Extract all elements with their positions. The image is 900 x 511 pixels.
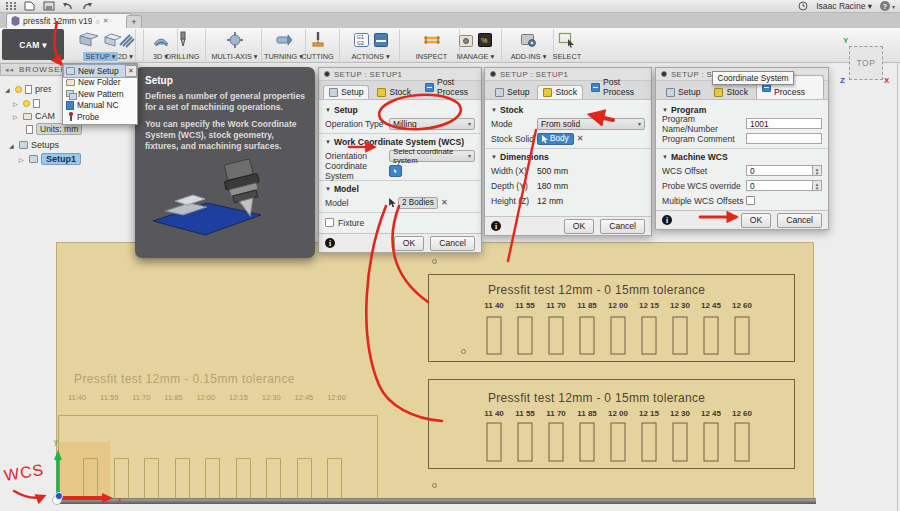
tree-expanded-icon[interactable]: ◢ (5, 86, 12, 93)
app-grid-icon[interactable] (5, 1, 17, 11)
cancel-button[interactable]: Cancel (430, 236, 475, 251)
probe-wcs-stepper[interactable]: ▴▾ (813, 180, 822, 191)
section-setup[interactable]: ▼Setup (325, 105, 475, 115)
help-menu[interactable]: ? ▾ (880, 1, 895, 11)
tab-stock[interactable]: Stock (371, 85, 417, 99)
setups-folder-icon (19, 141, 28, 149)
manual-nc-icon (66, 101, 74, 110)
new-pattern-icon (66, 90, 75, 98)
info-icon[interactable]: i (491, 221, 501, 231)
tree-item-setups[interactable]: ◢ Setups (9, 139, 59, 151)
tree-item-document[interactable]: ◢ pressfit 12mm v19 (5, 83, 51, 95)
user-account-menu[interactable]: Isaac Racine ▾ (816, 1, 872, 11)
tree-item-units[interactable]: Units: mm (26, 123, 82, 135)
section-model[interactable]: ▼Model (325, 184, 475, 194)
wcs-origin-triad[interactable]: y x (50, 432, 134, 508)
file-menu-icon[interactable] (24, 1, 36, 11)
save-icon[interactable] (43, 1, 55, 11)
tree-collapsed-icon[interactable]: ▷ (13, 100, 20, 107)
tab-setup[interactable]: Setup (489, 85, 535, 99)
toolbar-group-select[interactable]: SELECT (546, 29, 588, 61)
coordinate-system-select-button[interactable] (389, 165, 402, 177)
stock-solid-selection-chip[interactable]: Body (537, 133, 574, 145)
ok-button[interactable]: OK (394, 236, 424, 251)
info-icon[interactable]: i (662, 215, 672, 225)
toolbar-group-2d[interactable]: 2D ▾ (108, 29, 144, 61)
cancel-button[interactable]: Cancel (600, 219, 645, 234)
undo-icon[interactable] (62, 1, 74, 11)
toolbar-group-manage[interactable]: % MANAGE ▾ (450, 29, 502, 61)
fixture-checkbox[interactable] (325, 218, 334, 227)
disclosure-icon: ▼ (325, 107, 331, 113)
select-icon (558, 32, 576, 48)
menu-item-new-pattern[interactable]: New Pattern (64, 88, 136, 100)
part-title: Pressfit test 12mm - 0 15mm tolerance (488, 391, 705, 405)
program-comment-input[interactable] (746, 133, 822, 144)
menu-item-new-setup[interactable]: New Setup ✕ (64, 65, 136, 77)
operation-type-dropdown[interactable]: Milling▾ (389, 118, 475, 130)
ok-button[interactable]: OK (564, 219, 594, 234)
coordinate-system-tooltip: Coordinate System (712, 71, 794, 85)
setup-dialog-setup-tab[interactable]: SETUP : SETUP1 Setup Stock Post Process … (318, 67, 482, 253)
tree-collapsed-icon[interactable]: ▷ (13, 113, 20, 120)
toolbar-group-actions[interactable]: G1 G2 ACTIONS ▾ (342, 29, 400, 61)
probe-wcs-override-label: Probe WCS override (662, 181, 746, 191)
orientation-dropdown[interactable]: Select coordinate system▾ (389, 150, 475, 162)
toolbar-group-drilling[interactable]: DRILLING (160, 29, 206, 61)
job-status-clock-icon[interactable] (798, 1, 808, 11)
toolbar-group-cutting[interactable]: CUTTING (296, 29, 340, 61)
tree-item-hidden[interactable]: ▷ (13, 97, 40, 109)
cancel-button[interactable]: Cancel (777, 213, 822, 228)
tab-post-process[interactable]: Post Process (419, 75, 477, 99)
lower-comb-body[interactable]: Pressfit test 12mm - 0 15mm tolerance 11… (428, 379, 796, 471)
setup-dialog-post-process-tab[interactable]: SETUP : SETUP1 Setup Stock Post Process … (655, 67, 829, 230)
tab-setup[interactable]: Setup (323, 85, 369, 99)
wcs-offset-stepper[interactable]: ▴▾ (813, 165, 822, 176)
tab-stock[interactable]: Stock (708, 85, 754, 99)
section-stock[interactable]: ▼Stock (491, 105, 645, 115)
visibility-bulb-icon[interactable] (15, 86, 22, 93)
visibility-bulb-icon[interactable] (23, 100, 30, 107)
toolbar-group-multi-axis[interactable]: MULTI-AXIS ▾ (208, 29, 262, 61)
wcs-offset-input[interactable]: 0 (746, 165, 813, 176)
clear-selection-icon[interactable]: ✕ (441, 198, 448, 207)
viewcube-x-axis-label: X (884, 76, 889, 85)
tab-setup[interactable]: Setup (660, 85, 706, 99)
viewcube[interactable]: TOP (849, 46, 883, 80)
collapse-panel-icon[interactable]: ◂◂ (5, 66, 14, 74)
close-menu-icon[interactable]: ✕ (125, 65, 137, 77)
setup-dialog-stock-tab[interactable]: SETUP : SETUP1 Setup Stock Post Process … (484, 67, 652, 236)
info-icon[interactable]: i (325, 238, 335, 248)
g2-glyph: G2 (357, 40, 364, 46)
program-name-label: Program Name/Number (662, 114, 746, 134)
mode-dropdown[interactable]: From solid▾ (537, 118, 645, 130)
section-wcs[interactable]: ▼Work Coordinate System (WCS) (325, 137, 475, 147)
new-tab-button[interactable]: + (126, 15, 142, 28)
new-setup-icon (66, 67, 75, 75)
tree-item-cam[interactable]: ▷ CAM (13, 110, 55, 122)
tree-expanded-icon[interactable]: ◢ (9, 142, 16, 149)
upper-comb-body[interactable]: Pressfit test 12mm - 0 15mm tolerance 11… (428, 274, 796, 364)
tab-stock[interactable]: Stock (537, 85, 583, 99)
tree-item-setup1[interactable]: ▷ Setup1 (19, 153, 81, 165)
section-dimensions[interactable]: ▼Dimensions (491, 152, 645, 162)
document-tab[interactable]: pressfit 12mm v19 ○ ✕ (6, 13, 132, 28)
section-machine-wcs[interactable]: ▼Machine WCS (662, 152, 822, 162)
program-name-input[interactable]: 1001 (746, 118, 822, 129)
faint-size: 11:40 (68, 393, 86, 402)
menu-item-probe[interactable]: Probe (64, 111, 136, 123)
probe-wcs-override-input[interactable]: 0 (746, 180, 813, 191)
multiple-wcs-offsets-checkbox[interactable] (746, 196, 755, 205)
menu-item-manual-nc[interactable]: Manual NC (64, 100, 136, 112)
menu-item-new-folder[interactable]: New Folder (64, 77, 136, 89)
ok-button[interactable]: OK (741, 213, 771, 228)
close-tab-icon[interactable]: ✕ (103, 17, 109, 25)
workspace-switcher[interactable]: CAM ▾ (2, 29, 64, 60)
tab-post-process[interactable]: Post Process (585, 75, 647, 99)
application-bar: Isaac Racine ▾ ? ▾ (0, 0, 900, 13)
redo-icon[interactable] (81, 1, 93, 11)
tree-collapsed-icon[interactable]: ▷ (19, 156, 26, 163)
dialog-tabs: Setup Stock Post Process (319, 81, 481, 100)
clear-selection-icon[interactable]: ✕ (577, 134, 584, 143)
model-selection-chip[interactable]: 2 Bodies (398, 197, 438, 209)
